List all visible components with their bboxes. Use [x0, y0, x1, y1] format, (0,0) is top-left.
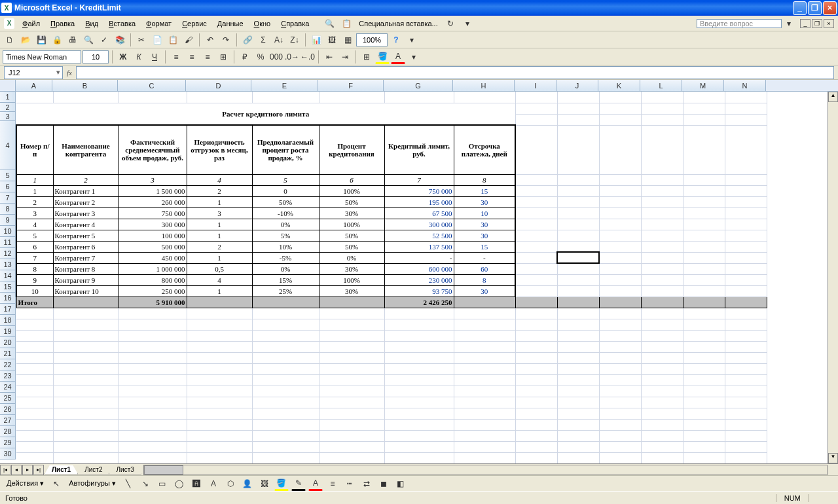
cell-L28[interactable]: [641, 430, 683, 441]
menu-окно[interactable]: Окно: [249, 18, 276, 29]
cell-D15[interactable]: 1: [187, 285, 252, 297]
cell-F26[interactable]: [319, 408, 384, 419]
cell-K13[interactable]: [599, 263, 641, 274]
cell-H15[interactable]: 30: [454, 285, 515, 297]
redo-icon[interactable]: ↷: [219, 33, 233, 47]
underline-icon[interactable]: Ч: [147, 50, 162, 64]
cell-A1[interactable]: [16, 92, 53, 103]
print-icon[interactable]: 🖶: [65, 33, 80, 47]
select-all-corner[interactable]: [0, 80, 16, 92]
align-right-icon[interactable]: ≡: [200, 50, 215, 64]
cell-D28[interactable]: [187, 430, 252, 441]
3d-icon[interactable]: ◧: [393, 477, 408, 491]
cell-F6[interactable]: 100%: [319, 185, 384, 196]
cell-G16[interactable]: 2 426 250: [384, 297, 454, 308]
cell-F24[interactable]: [319, 386, 384, 397]
cell-H10[interactable]: 30: [454, 230, 515, 241]
menu-справка[interactable]: Справка: [276, 18, 314, 29]
cell-C28[interactable]: [118, 430, 187, 441]
cell-H8[interactable]: 10: [454, 207, 515, 219]
cell-F18[interactable]: [319, 319, 384, 330]
cell-K5[interactable]: [599, 174, 641, 185]
cell-J11[interactable]: [557, 241, 599, 252]
cell-E5[interactable]: 5: [252, 174, 319, 185]
cell-J4[interactable]: [557, 125, 599, 174]
cell-L6[interactable]: [641, 185, 683, 196]
cell-M25[interactable]: [683, 397, 725, 408]
cell-M15[interactable]: [683, 285, 725, 297]
cell-N4[interactable]: [725, 125, 767, 174]
cell-A27[interactable]: [16, 419, 53, 430]
cell-L14[interactable]: [641, 274, 683, 285]
cell-M8[interactable]: [683, 207, 725, 219]
cell-J3[interactable]: [557, 114, 599, 125]
cell-I24[interactable]: [515, 386, 557, 397]
cell-A24[interactable]: [16, 386, 53, 397]
cell-J7[interactable]: [557, 196, 599, 207]
cell-I22[interactable]: [515, 363, 557, 374]
cell-A22[interactable]: [16, 363, 53, 374]
cell-N14[interactable]: [725, 274, 767, 285]
cell-K7[interactable]: [599, 196, 641, 207]
cell-A7[interactable]: 2: [16, 196, 53, 207]
cell-G25[interactable]: [384, 397, 454, 408]
cell-J9[interactable]: [557, 219, 599, 230]
cell-L21[interactable]: [641, 352, 683, 363]
find-icon[interactable]: 🔍: [322, 16, 337, 31]
cell-B16[interactable]: [53, 297, 118, 308]
cell-H16[interactable]: [454, 297, 515, 308]
cell-I2[interactable]: [515, 103, 557, 114]
col-header-D[interactable]: D: [186, 80, 251, 92]
row-header-3[interactable]: 3: [0, 112, 16, 121]
cell-G9[interactable]: 300 000: [384, 219, 454, 230]
cell-I7[interactable]: [515, 196, 557, 207]
cell-K24[interactable]: [599, 386, 641, 397]
cell-H19[interactable]: [454, 330, 515, 341]
cell-G10[interactable]: 52 500: [384, 230, 454, 241]
cell-B17[interactable]: [53, 308, 118, 319]
row-header-8[interactable]: 8: [0, 204, 16, 215]
cell-L30[interactable]: [641, 452, 683, 463]
cell-B25[interactable]: [53, 397, 118, 408]
cell-I6[interactable]: [515, 185, 557, 196]
cell-G23[interactable]: [384, 374, 454, 386]
cell-F13[interactable]: 30%: [319, 263, 384, 274]
cell-L20[interactable]: [641, 341, 683, 352]
cell-L18[interactable]: [641, 319, 683, 330]
cell-F29[interactable]: [319, 441, 384, 452]
cell-E21[interactable]: [252, 352, 319, 363]
cell-E22[interactable]: [252, 363, 319, 374]
cell-F7[interactable]: 50%: [319, 196, 384, 207]
cell-J6[interactable]: [557, 185, 599, 196]
cell-B14[interactable]: Контрагент 9: [53, 274, 118, 285]
borders-icon[interactable]: ⊞: [359, 50, 374, 64]
cell-K30[interactable]: [599, 452, 641, 463]
cell-H25[interactable]: [454, 397, 515, 408]
cell-N3[interactable]: [725, 114, 767, 125]
percent-icon[interactable]: %: [253, 50, 268, 64]
cell-N29[interactable]: [725, 441, 767, 452]
cell-I25[interactable]: [515, 397, 557, 408]
cell-J2[interactable]: [557, 103, 599, 114]
cell-B21[interactable]: [53, 352, 118, 363]
cell-B23[interactable]: [53, 374, 118, 386]
row-header-1[interactable]: 1: [0, 92, 16, 103]
row-header-26[interactable]: 26: [0, 404, 16, 415]
tab-next-icon[interactable]: ▸: [22, 465, 33, 475]
format-painter-icon[interactable]: 🖌: [181, 33, 196, 47]
row-header-24[interactable]: 24: [0, 382, 16, 393]
col-header-H[interactable]: H: [453, 80, 515, 92]
align-left-icon[interactable]: ≡: [169, 50, 183, 64]
cell-F21[interactable]: [319, 352, 384, 363]
row-header-29[interactable]: 29: [0, 437, 16, 448]
cell-C22[interactable]: [118, 363, 187, 374]
cell-H14[interactable]: 8: [454, 274, 515, 285]
cell-J8[interactable]: [557, 207, 599, 219]
line-style-icon[interactable]: ≡: [325, 477, 340, 491]
row-header-14[interactable]: 14: [0, 270, 16, 281]
cell-E16[interactable]: [252, 297, 319, 308]
cell-D11[interactable]: 2: [187, 241, 252, 252]
cell-N10[interactable]: [725, 230, 767, 241]
row-header-4[interactable]: 4: [0, 121, 16, 170]
cell-G26[interactable]: [384, 408, 454, 419]
